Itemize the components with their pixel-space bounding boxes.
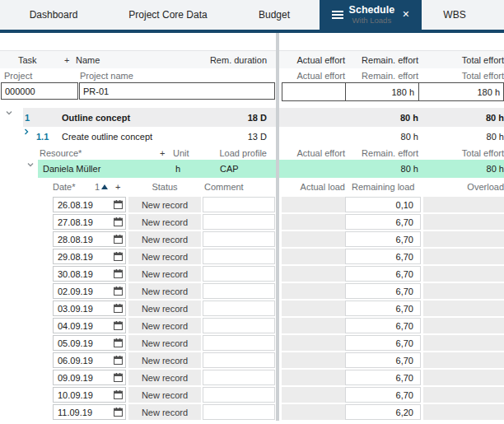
- task-rem-duration: 18 D: [184, 108, 272, 127]
- calendar-icon[interactable]: [114, 390, 123, 399]
- comment-input[interactable]: [203, 198, 274, 212]
- calendar-icon[interactable]: [114, 373, 123, 382]
- date-input[interactable]: 03.09.19: [53, 301, 126, 316]
- resource-row-selected[interactable]: Daniela Müller h CAP 80 h 80 h: [0, 160, 504, 178]
- remaining-load-input[interactable]: [346, 284, 417, 298]
- calendar-icon[interactable]: [114, 304, 123, 313]
- calendar-icon[interactable]: [114, 321, 123, 330]
- remaining-load-input[interactable]: [346, 249, 417, 263]
- task-rem-duration: 13 D: [184, 127, 272, 146]
- date-input[interactable]: 11.09.19: [53, 404, 126, 420]
- actual-load-cell: [282, 197, 345, 212]
- date-input[interactable]: 26.08.19: [53, 197, 126, 212]
- load-row: 29.08.19 New record: [0, 248, 504, 265]
- calendar-icon[interactable]: [114, 287, 123, 296]
- status-cell: New record: [128, 249, 201, 264]
- comment-input[interactable]: [203, 336, 274, 350]
- overload-cell: [423, 231, 504, 247]
- remaining-load-input[interactable]: [346, 215, 417, 229]
- date-input[interactable]: 29.08.19: [53, 249, 126, 264]
- task-row-1-1[interactable]: 1.1 Create outline concept 13 D 80 h 80 …: [0, 127, 504, 146]
- col-rem-duration: Rem. duration: [184, 51, 272, 68]
- tab-schedule[interactable]: Schedule With Loads ✕: [320, 0, 422, 30]
- comment-input[interactable]: [203, 267, 274, 281]
- date-input[interactable]: 02.09.19: [53, 283, 126, 299]
- remaining-load-input[interactable]: [346, 301, 417, 315]
- task-total-effort: 80 h: [418, 127, 504, 146]
- remaining-load-cell: [345, 387, 421, 403]
- add-task-button[interactable]: +: [64, 51, 69, 68]
- remaining-load-input[interactable]: [346, 353, 417, 367]
- col-actual-load: Actual load: [282, 178, 350, 196]
- comment-input[interactable]: [203, 215, 274, 229]
- tab-project-core-data[interactable]: Project Core Data: [107, 0, 229, 30]
- date-value: 03.09.19: [58, 304, 114, 314]
- date-input[interactable]: 05.09.19: [53, 335, 126, 351]
- comment-input[interactable]: [203, 301, 274, 315]
- remaining-load-input[interactable]: [346, 267, 417, 281]
- date-value: 30.08.19: [58, 269, 114, 279]
- status-cell: New record: [128, 214, 201, 230]
- comment-input[interactable]: [203, 232, 274, 246]
- calendar-icon[interactable]: [114, 235, 123, 244]
- task-number-link[interactable]: 1: [25, 108, 30, 127]
- col-load-profile: Load profile: [184, 146, 272, 160]
- close-icon[interactable]: ✕: [402, 9, 409, 20]
- calendar-icon[interactable]: [114, 408, 123, 417]
- calendar-icon[interactable]: [114, 217, 123, 226]
- date-input[interactable]: 04.09.19: [53, 318, 126, 333]
- comment-input[interactable]: [203, 388, 274, 402]
- date-input[interactable]: 27.08.19: [53, 214, 126, 230]
- calendar-icon[interactable]: [114, 200, 123, 209]
- comment-input[interactable]: [203, 370, 274, 384]
- project-id-input[interactable]: [1, 82, 78, 100]
- date-input[interactable]: 09.09.19: [53, 370, 126, 385]
- overload-cell: [423, 335, 504, 351]
- comment-cell: [203, 231, 275, 247]
- date-input[interactable]: 06.09.19: [53, 352, 126, 368]
- menu-icon[interactable]: [332, 11, 343, 19]
- overload-cell: [423, 197, 504, 212]
- collapse-chevron-down-icon[interactable]: [26, 160, 35, 170]
- tab-budget[interactable]: Budget: [229, 0, 320, 30]
- remaining-load-input[interactable]: [346, 336, 417, 350]
- tab-wbs[interactable]: WBS: [422, 0, 488, 30]
- task-table-header: Task + Name Rem. duration Actual effort …: [0, 50, 504, 68]
- resource-remain-effort: 80 h: [345, 160, 422, 178]
- sort-indicator[interactable]: 1: [95, 178, 108, 196]
- expand-chevron-right-icon[interactable]: [21, 127, 31, 137]
- load-row: 30.08.19 New record: [0, 265, 504, 282]
- remaining-load-input[interactable]: [346, 388, 417, 402]
- calendar-icon[interactable]: [114, 338, 123, 347]
- project-name-input[interactable]: [79, 82, 275, 100]
- remaining-load-cell: [345, 197, 421, 212]
- calendar-icon[interactable]: [114, 356, 123, 365]
- column-divider: [276, 33, 279, 421]
- comment-input[interactable]: [203, 319, 274, 333]
- remaining-load-input[interactable]: [346, 232, 417, 246]
- comment-input[interactable]: [203, 249, 274, 263]
- task-row-1[interactable]: 1 Outline concept 18 D 80 h 80 h: [0, 108, 504, 127]
- task-number-link[interactable]: 1.1: [36, 127, 49, 146]
- date-input[interactable]: 10.09.19: [53, 387, 126, 403]
- project-actual-effort-cell[interactable]: [282, 83, 346, 100]
- overload-cell: [423, 214, 504, 230]
- comment-input[interactable]: [203, 405, 274, 419]
- remaining-load-input[interactable]: [346, 405, 417, 419]
- actual-load-cell: [282, 404, 345, 420]
- collapse-chevron-down-icon[interactable]: [4, 108, 14, 118]
- add-resource-button[interactable]: +: [160, 146, 165, 160]
- calendar-icon[interactable]: [114, 252, 123, 261]
- remaining-load-input[interactable]: [346, 198, 417, 212]
- add-load-record-button[interactable]: +: [115, 178, 120, 196]
- comment-input[interactable]: [203, 353, 274, 367]
- date-input[interactable]: 28.08.19: [53, 231, 126, 247]
- date-input[interactable]: 30.08.19: [53, 266, 126, 282]
- project-remain-effort-cell[interactable]: 180 h: [346, 83, 419, 100]
- comment-input[interactable]: [203, 284, 274, 298]
- calendar-icon[interactable]: [114, 269, 123, 278]
- remaining-load-input[interactable]: [346, 370, 417, 384]
- remaining-load-input[interactable]: [346, 319, 417, 333]
- sort-ascending-icon: [101, 184, 108, 189]
- tab-dashboard[interactable]: Dashboard: [0, 0, 107, 30]
